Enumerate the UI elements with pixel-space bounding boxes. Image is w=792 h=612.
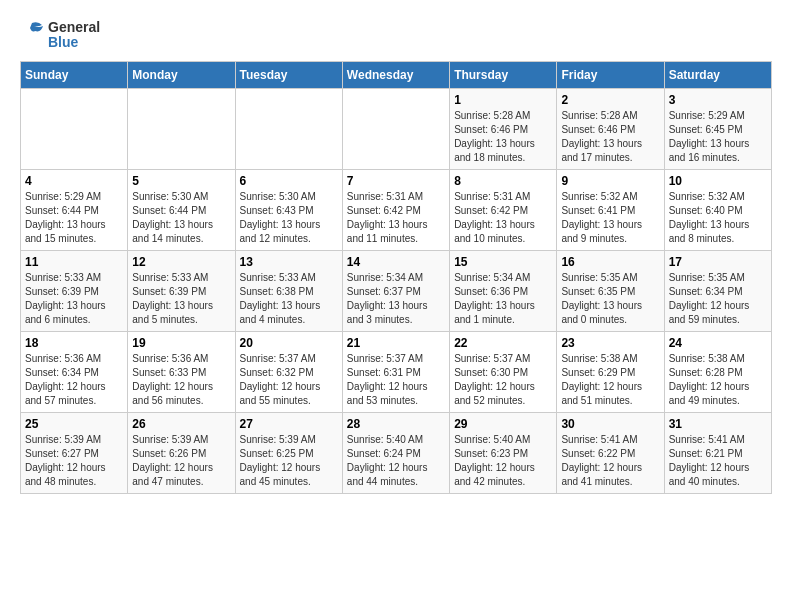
calendar-cell: 30Sunrise: 5:41 AMSunset: 6:22 PMDayligh… <box>557 412 664 493</box>
day-info: Sunrise: 5:33 AMSunset: 6:38 PMDaylight:… <box>240 271 338 327</box>
day-number: 12 <box>132 255 230 269</box>
day-info: Sunrise: 5:39 AMSunset: 6:25 PMDaylight:… <box>240 433 338 489</box>
calendar-cell: 20Sunrise: 5:37 AMSunset: 6:32 PMDayligh… <box>235 331 342 412</box>
calendar-week-1: 1Sunrise: 5:28 AMSunset: 6:46 PMDaylight… <box>21 88 772 169</box>
day-info: Sunrise: 5:32 AMSunset: 6:41 PMDaylight:… <box>561 190 659 246</box>
header-thursday: Thursday <box>450 61 557 88</box>
day-number: 16 <box>561 255 659 269</box>
day-info: Sunrise: 5:36 AMSunset: 6:33 PMDaylight:… <box>132 352 230 408</box>
day-info: Sunrise: 5:37 AMSunset: 6:31 PMDaylight:… <box>347 352 445 408</box>
logo: General Blue <box>20 20 100 51</box>
calendar-cell: 6Sunrise: 5:30 AMSunset: 6:43 PMDaylight… <box>235 169 342 250</box>
day-info: Sunrise: 5:33 AMSunset: 6:39 PMDaylight:… <box>25 271 123 327</box>
calendar-cell: 10Sunrise: 5:32 AMSunset: 6:40 PMDayligh… <box>664 169 771 250</box>
day-info: Sunrise: 5:32 AMSunset: 6:40 PMDaylight:… <box>669 190 767 246</box>
day-info: Sunrise: 5:34 AMSunset: 6:37 PMDaylight:… <box>347 271 445 327</box>
calendar-cell: 1Sunrise: 5:28 AMSunset: 6:46 PMDaylight… <box>450 88 557 169</box>
day-number: 21 <box>347 336 445 350</box>
calendar-cell <box>128 88 235 169</box>
day-info: Sunrise: 5:41 AMSunset: 6:21 PMDaylight:… <box>669 433 767 489</box>
calendar-cell: 5Sunrise: 5:30 AMSunset: 6:44 PMDaylight… <box>128 169 235 250</box>
day-info: Sunrise: 5:31 AMSunset: 6:42 PMDaylight:… <box>347 190 445 246</box>
calendar-cell: 4Sunrise: 5:29 AMSunset: 6:44 PMDaylight… <box>21 169 128 250</box>
day-info: Sunrise: 5:35 AMSunset: 6:34 PMDaylight:… <box>669 271 767 327</box>
day-number: 23 <box>561 336 659 350</box>
calendar-cell: 14Sunrise: 5:34 AMSunset: 6:37 PMDayligh… <box>342 250 449 331</box>
day-number: 10 <box>669 174 767 188</box>
day-number: 25 <box>25 417 123 431</box>
day-number: 28 <box>347 417 445 431</box>
calendar-cell: 22Sunrise: 5:37 AMSunset: 6:30 PMDayligh… <box>450 331 557 412</box>
calendar-cell: 31Sunrise: 5:41 AMSunset: 6:21 PMDayligh… <box>664 412 771 493</box>
day-info: Sunrise: 5:38 AMSunset: 6:28 PMDaylight:… <box>669 352 767 408</box>
day-number: 18 <box>25 336 123 350</box>
calendar-cell: 28Sunrise: 5:40 AMSunset: 6:24 PMDayligh… <box>342 412 449 493</box>
calendar-cell: 2Sunrise: 5:28 AMSunset: 6:46 PMDaylight… <box>557 88 664 169</box>
header-friday: Friday <box>557 61 664 88</box>
day-number: 20 <box>240 336 338 350</box>
day-number: 31 <box>669 417 767 431</box>
day-number: 1 <box>454 93 552 107</box>
day-number: 22 <box>454 336 552 350</box>
day-info: Sunrise: 5:40 AMSunset: 6:23 PMDaylight:… <box>454 433 552 489</box>
calendar-cell: 18Sunrise: 5:36 AMSunset: 6:34 PMDayligh… <box>21 331 128 412</box>
day-number: 26 <box>132 417 230 431</box>
header-monday: Monday <box>128 61 235 88</box>
calendar-cell: 17Sunrise: 5:35 AMSunset: 6:34 PMDayligh… <box>664 250 771 331</box>
logo-bird-icon <box>20 21 44 49</box>
day-number: 13 <box>240 255 338 269</box>
calendar-cell: 11Sunrise: 5:33 AMSunset: 6:39 PMDayligh… <box>21 250 128 331</box>
calendar-table: SundayMondayTuesdayWednesdayThursdayFrid… <box>20 61 772 494</box>
calendar-cell: 9Sunrise: 5:32 AMSunset: 6:41 PMDaylight… <box>557 169 664 250</box>
day-info: Sunrise: 5:28 AMSunset: 6:46 PMDaylight:… <box>454 109 552 165</box>
day-info: Sunrise: 5:30 AMSunset: 6:43 PMDaylight:… <box>240 190 338 246</box>
day-info: Sunrise: 5:30 AMSunset: 6:44 PMDaylight:… <box>132 190 230 246</box>
day-info: Sunrise: 5:28 AMSunset: 6:46 PMDaylight:… <box>561 109 659 165</box>
calendar-cell: 21Sunrise: 5:37 AMSunset: 6:31 PMDayligh… <box>342 331 449 412</box>
day-number: 11 <box>25 255 123 269</box>
day-info: Sunrise: 5:41 AMSunset: 6:22 PMDaylight:… <box>561 433 659 489</box>
calendar-cell: 23Sunrise: 5:38 AMSunset: 6:29 PMDayligh… <box>557 331 664 412</box>
day-number: 27 <box>240 417 338 431</box>
calendar-cell: 7Sunrise: 5:31 AMSunset: 6:42 PMDaylight… <box>342 169 449 250</box>
calendar-cell: 8Sunrise: 5:31 AMSunset: 6:42 PMDaylight… <box>450 169 557 250</box>
logo-container: General Blue <box>20 20 100 51</box>
day-number: 24 <box>669 336 767 350</box>
day-info: Sunrise: 5:29 AMSunset: 6:45 PMDaylight:… <box>669 109 767 165</box>
header-sunday: Sunday <box>21 61 128 88</box>
calendar-body: 1Sunrise: 5:28 AMSunset: 6:46 PMDaylight… <box>21 88 772 493</box>
day-info: Sunrise: 5:36 AMSunset: 6:34 PMDaylight:… <box>25 352 123 408</box>
calendar-header: SundayMondayTuesdayWednesdayThursdayFrid… <box>21 61 772 88</box>
day-number: 14 <box>347 255 445 269</box>
calendar-week-5: 25Sunrise: 5:39 AMSunset: 6:27 PMDayligh… <box>21 412 772 493</box>
day-number: 30 <box>561 417 659 431</box>
header-saturday: Saturday <box>664 61 771 88</box>
calendar-cell: 12Sunrise: 5:33 AMSunset: 6:39 PMDayligh… <box>128 250 235 331</box>
calendar-week-4: 18Sunrise: 5:36 AMSunset: 6:34 PMDayligh… <box>21 331 772 412</box>
calendar-cell <box>235 88 342 169</box>
day-number: 6 <box>240 174 338 188</box>
day-info: Sunrise: 5:39 AMSunset: 6:26 PMDaylight:… <box>132 433 230 489</box>
day-info: Sunrise: 5:29 AMSunset: 6:44 PMDaylight:… <box>25 190 123 246</box>
header-wednesday: Wednesday <box>342 61 449 88</box>
calendar-cell <box>342 88 449 169</box>
header-row: SundayMondayTuesdayWednesdayThursdayFrid… <box>21 61 772 88</box>
day-info: Sunrise: 5:31 AMSunset: 6:42 PMDaylight:… <box>454 190 552 246</box>
day-info: Sunrise: 5:39 AMSunset: 6:27 PMDaylight:… <box>25 433 123 489</box>
day-number: 3 <box>669 93 767 107</box>
calendar-cell: 26Sunrise: 5:39 AMSunset: 6:26 PMDayligh… <box>128 412 235 493</box>
header-tuesday: Tuesday <box>235 61 342 88</box>
day-number: 15 <box>454 255 552 269</box>
page-header: General Blue <box>20 20 772 51</box>
day-number: 4 <box>25 174 123 188</box>
calendar-cell: 16Sunrise: 5:35 AMSunset: 6:35 PMDayligh… <box>557 250 664 331</box>
calendar-cell: 25Sunrise: 5:39 AMSunset: 6:27 PMDayligh… <box>21 412 128 493</box>
day-info: Sunrise: 5:40 AMSunset: 6:24 PMDaylight:… <box>347 433 445 489</box>
calendar-week-3: 11Sunrise: 5:33 AMSunset: 6:39 PMDayligh… <box>21 250 772 331</box>
day-number: 5 <box>132 174 230 188</box>
calendar-cell: 29Sunrise: 5:40 AMSunset: 6:23 PMDayligh… <box>450 412 557 493</box>
calendar-cell: 27Sunrise: 5:39 AMSunset: 6:25 PMDayligh… <box>235 412 342 493</box>
day-number: 7 <box>347 174 445 188</box>
day-number: 17 <box>669 255 767 269</box>
logo-line1: General <box>48 20 100 35</box>
